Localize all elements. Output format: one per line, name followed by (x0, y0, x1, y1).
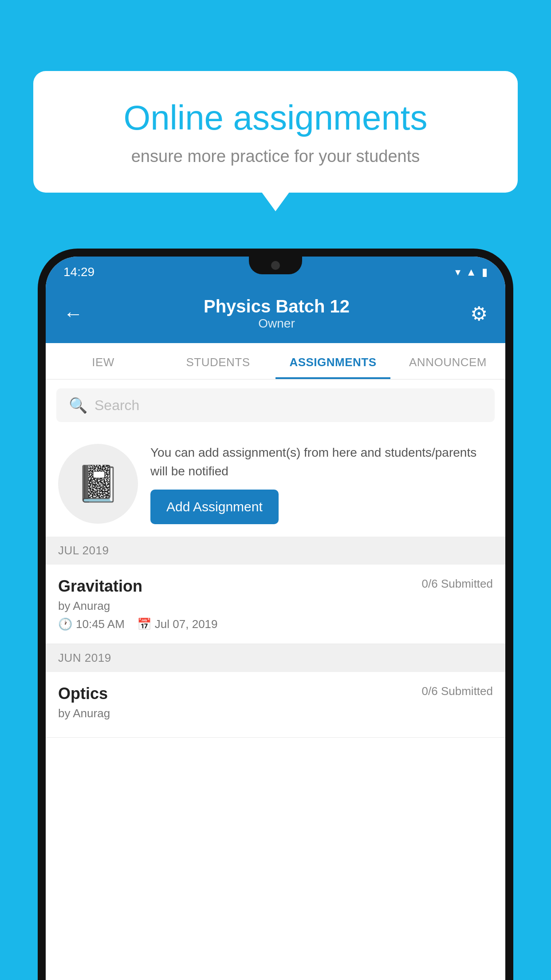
promo-icon-circle: 📓 (58, 444, 138, 524)
assignment-by-optics: by Anurag (58, 707, 493, 720)
phone-frame: 14:29 ▾ ▲ ▮ ← Physics Batch 12 Owner ⚙ I… (38, 249, 513, 980)
add-assignment-button[interactable]: Add Assignment (150, 490, 279, 524)
back-button[interactable]: ← (63, 303, 83, 325)
meta-date-gravitation: 📅 Jul 07, 2019 (137, 617, 218, 631)
camera-dot (271, 261, 280, 270)
clock-icon: 🕐 (58, 617, 72, 631)
tab-announcements[interactable]: ANNOUNCEM (390, 343, 505, 379)
search-input[interactable]: Search (94, 397, 139, 414)
assignment-time-gravitation: 10:45 AM (76, 617, 125, 631)
search-container: 🔍 Search (46, 379, 505, 431)
assignment-item-optics[interactable]: Optics 0/6 Submitted by Anurag (46, 672, 505, 738)
search-bar[interactable]: 🔍 Search (56, 388, 495, 422)
tab-assignments[interactable]: ASSIGNMENTS (276, 343, 390, 379)
tab-iew[interactable]: IEW (46, 343, 161, 379)
assignment-submitted-gravitation: 0/6 Submitted (422, 577, 493, 591)
speech-bubble-subtitle: ensure more practice for your students (64, 147, 487, 166)
status-icons: ▾ ▲ ▮ (455, 266, 488, 278)
tab-students[interactable]: STUDENTS (161, 343, 276, 379)
promo-right: You can add assignment(s) from here and … (150, 443, 493, 524)
section-jun-2019: JUN 2019 (46, 644, 505, 672)
assignment-submitted-optics: 0/6 Submitted (422, 684, 493, 698)
signal-icon: ▲ (466, 266, 476, 278)
assignment-by-gravitation: by Anurag (58, 599, 493, 613)
speech-bubble: Online assignments ensure more practice … (33, 71, 518, 193)
assignment-meta-gravitation: 🕐 10:45 AM 📅 Jul 07, 2019 (58, 617, 493, 631)
header-title: Physics Batch 12 (204, 296, 350, 316)
assignment-name-optics: Optics (58, 684, 108, 703)
header-subtitle: Owner (204, 316, 350, 331)
assignment-item-gravitation[interactable]: Gravitation 0/6 Submitted by Anurag 🕐 10… (46, 565, 505, 644)
search-icon: 🔍 (69, 396, 87, 414)
notebook-icon: 📓 (76, 463, 120, 505)
speech-bubble-title: Online assignments (64, 98, 487, 138)
battery-icon: ▮ (482, 266, 488, 278)
promo-description: You can add assignment(s) from here and … (150, 443, 493, 481)
notch (249, 257, 302, 274)
status-time: 14:29 (63, 265, 94, 279)
calendar-icon: 📅 (137, 617, 151, 631)
settings-icon[interactable]: ⚙ (470, 302, 488, 325)
status-bar: 14:29 ▾ ▲ ▮ (46, 257, 505, 288)
wifi-icon: ▾ (455, 266, 460, 278)
meta-time-gravitation: 🕐 10:45 AM (58, 617, 125, 631)
speech-bubble-wrapper: Online assignments ensure more practice … (33, 71, 518, 193)
phone-inner: 14:29 ▾ ▲ ▮ ← Physics Batch 12 Owner ⚙ I… (46, 257, 505, 980)
section-jul-2019: JUL 2019 (46, 537, 505, 565)
assignment-top-row-optics: Optics 0/6 Submitted (58, 684, 493, 703)
promo-section: 📓 You can add assignment(s) from here an… (46, 431, 505, 537)
assignment-name-gravitation: Gravitation (58, 577, 142, 596)
header-center: Physics Batch 12 Owner (204, 296, 350, 331)
assignment-top-row: Gravitation 0/6 Submitted (58, 577, 493, 596)
assignment-date-gravitation: Jul 07, 2019 (155, 617, 218, 631)
app-header: ← Physics Batch 12 Owner ⚙ (46, 288, 505, 343)
tabs-bar: IEW STUDENTS ASSIGNMENTS ANNOUNCEM (46, 343, 505, 379)
